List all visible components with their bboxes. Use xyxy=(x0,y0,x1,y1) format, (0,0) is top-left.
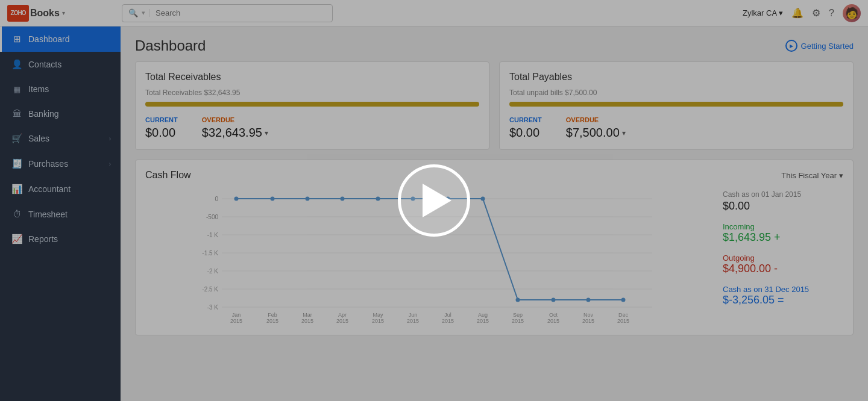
sidebar-label-timesheet: Timesheet xyxy=(28,210,111,219)
reports-icon: 📈 xyxy=(11,234,22,244)
svg-text:Oct: Oct xyxy=(549,312,558,318)
sidebar-item-items[interactable]: ▦ Items xyxy=(0,77,121,101)
sidebar-label-reports: Reports xyxy=(28,234,111,244)
cash-start-value: $0.00 xyxy=(723,200,843,213)
org-dropdown-icon: ▾ xyxy=(779,8,783,17)
search-icon: 🔍 xyxy=(128,8,138,17)
main-layout: ⊞ Dashboard 👤 Contacts ▦ Items 🏛 Banking… xyxy=(0,26,868,401)
receivables-current: CURRENT $0.00 xyxy=(145,116,178,140)
sidebar-label-sales: Sales xyxy=(28,134,103,143)
user-avatar[interactable]: 🧑 xyxy=(843,4,861,22)
sidebar-item-timesheet[interactable]: ⏱ Timesheet xyxy=(0,202,121,226)
cash-start-label: Cash as on 01 Jan 2015 xyxy=(723,190,843,199)
fiscal-year-arrow: ▾ xyxy=(839,171,843,180)
svg-text:2015: 2015 xyxy=(512,318,524,323)
payables-values: CURRENT $0.00 OVERDUE $7,500.00 ▾ xyxy=(509,116,843,140)
notifications-icon[interactable]: 🔔 xyxy=(791,7,804,19)
main-content: Dashboard ▶ Getting Started Total Receiv… xyxy=(121,26,868,401)
org-name[interactable]: Zylkar CA ▾ xyxy=(743,8,783,17)
header-right: Zylkar CA ▾ 🔔 ⚙ ? 🧑 xyxy=(743,4,861,22)
svg-text:2015: 2015 xyxy=(617,318,629,323)
receivables-overdue-caret: ▾ xyxy=(265,129,268,137)
chart-area: 0 -500 -1 K -1.5 K -2 K -2.5 K -3 K xyxy=(145,190,713,325)
help-icon[interactable]: ? xyxy=(829,8,834,19)
getting-started-button[interactable]: ▶ Getting Started xyxy=(785,40,854,52)
svg-point-20 xyxy=(446,197,450,201)
cash-end-label: Cash as on 31 Dec 2015 xyxy=(723,285,843,294)
zoho-logo[interactable]: ZOHO Books ▾ xyxy=(7,5,65,22)
contacts-icon: 👤 xyxy=(11,59,22,70)
svg-point-21 xyxy=(481,197,485,201)
sidebar-item-purchases[interactable]: 🧾 Purchases › xyxy=(0,151,121,176)
svg-text:0: 0 xyxy=(215,196,218,202)
receivables-current-value: $0.00 xyxy=(145,126,178,140)
svg-text:-1.5 K: -1.5 K xyxy=(202,250,218,256)
cash-end-value: $-3,256.05 = xyxy=(723,294,843,306)
sidebar-label-purchases: Purchases xyxy=(28,159,103,169)
svg-text:Dec: Dec xyxy=(618,312,629,318)
sidebar-item-sales[interactable]: 🛒 Sales › xyxy=(0,126,121,151)
timesheet-icon: ⏱ xyxy=(11,209,22,219)
svg-text:2015: 2015 xyxy=(301,318,313,323)
payables-overdue-label: OVERDUE xyxy=(566,116,626,123)
receivables-current-label: CURRENT xyxy=(145,116,178,123)
payables-progress xyxy=(509,102,843,107)
cashflow-body: 0 -500 -1 K -1.5 K -2 K -2.5 K -3 K xyxy=(145,190,843,325)
receivables-progress-fill xyxy=(145,102,479,107)
receivables-overdue[interactable]: OVERDUE $32,643.95 ▾ xyxy=(202,116,268,140)
sales-icon: 🛒 xyxy=(11,133,22,144)
payables-title: Total Payables xyxy=(509,72,843,82)
banking-icon: 🏛 xyxy=(11,108,22,119)
svg-text:Sep: Sep xyxy=(513,312,523,318)
svg-text:2015: 2015 xyxy=(230,318,242,323)
svg-point-24 xyxy=(587,298,591,302)
search-input[interactable] xyxy=(156,8,326,17)
svg-text:-500: -500 xyxy=(206,214,218,220)
getting-started-label: Getting Started xyxy=(801,42,854,51)
svg-point-22 xyxy=(516,298,520,302)
svg-text:May: May xyxy=(373,312,383,318)
outgoing-value: $4,900.00 - xyxy=(723,263,843,275)
payables-progress-fill xyxy=(509,102,843,107)
svg-text:2015: 2015 xyxy=(336,318,348,323)
receivables-overdue-label: OVERDUE xyxy=(202,116,268,123)
svg-text:-3 K: -3 K xyxy=(207,304,219,311)
search-bar[interactable]: 🔍 ▾ xyxy=(122,4,333,22)
incoming-item: Incoming $1,643.95 + xyxy=(723,222,843,244)
page-title: Dashboard xyxy=(135,37,206,54)
purchases-icon: 🧾 xyxy=(11,158,22,169)
sidebar-item-banking[interactable]: 🏛 Banking xyxy=(0,101,121,126)
zoho-logo-box: ZOHO xyxy=(7,5,29,22)
outgoing-item: Outgoing $4,900.00 - xyxy=(723,253,843,275)
svg-text:Nov: Nov xyxy=(583,312,594,318)
svg-text:Feb: Feb xyxy=(268,312,277,318)
payables-overdue[interactable]: OVERDUE $7,500.00 ▾ xyxy=(566,116,626,140)
payables-desc: Total unpaid bills $7,500.00 xyxy=(509,89,843,97)
cashflow-section: Cash Flow This Fiscal Year ▾ 0 -500 -1 K… xyxy=(135,160,854,335)
svg-text:2015: 2015 xyxy=(372,318,384,323)
sidebar-item-dashboard[interactable]: ⊞ Dashboard xyxy=(0,26,121,52)
sidebar-label-dashboard: Dashboard xyxy=(28,34,111,44)
svg-text:-2.5 K: -2.5 K xyxy=(202,286,218,293)
svg-text:2015: 2015 xyxy=(407,318,419,323)
payables-current: CURRENT $0.00 xyxy=(509,116,542,140)
svg-text:Jun: Jun xyxy=(409,312,418,318)
logo-area: ZOHO Books ▾ xyxy=(7,5,122,22)
app-dropdown-icon[interactable]: ▾ xyxy=(62,10,65,16)
sidebar-item-accountant[interactable]: 📊 Accountant xyxy=(0,176,121,202)
top-header: ZOHO Books ▾ 🔍 ▾ Zylkar CA ▾ 🔔 ⚙ ? 🧑 xyxy=(0,0,868,26)
sales-arrow: › xyxy=(109,135,111,142)
receivables-values: CURRENT $0.00 OVERDUE $32,643.95 ▾ xyxy=(145,116,479,140)
svg-text:Aug: Aug xyxy=(478,312,488,318)
sidebar-item-contacts[interactable]: 👤 Contacts xyxy=(0,52,121,77)
sidebar-label-items: Items xyxy=(28,84,111,94)
settings-icon[interactable]: ⚙ xyxy=(812,7,820,19)
sidebar: ⊞ Dashboard 👤 Contacts ▦ Items 🏛 Banking… xyxy=(0,26,121,401)
fiscal-year-selector[interactable]: This Fiscal Year ▾ xyxy=(781,171,843,180)
payables-overdue-caret: ▾ xyxy=(622,129,626,137)
receivables-progress xyxy=(145,102,479,107)
dashboard-icon: ⊞ xyxy=(11,34,22,45)
cashflow-title: Cash Flow xyxy=(145,170,191,181)
svg-point-19 xyxy=(411,197,415,201)
sidebar-item-reports[interactable]: 📈 Reports xyxy=(0,226,121,252)
